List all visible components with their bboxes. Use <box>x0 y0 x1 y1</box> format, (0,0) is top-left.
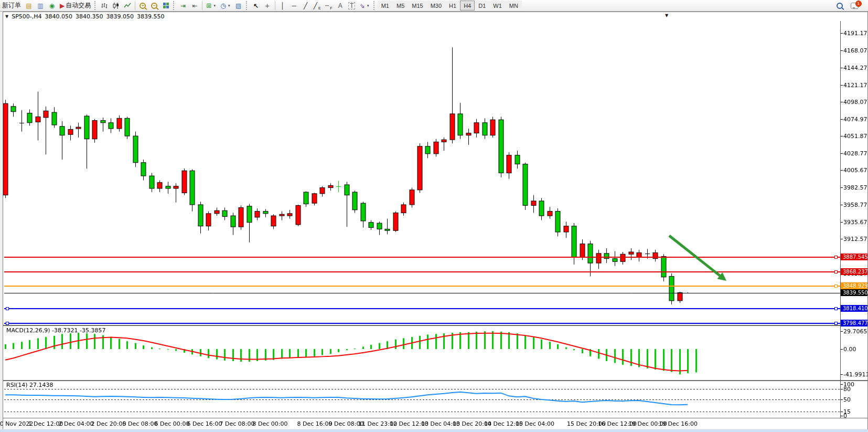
horizontal-line-tool-button[interactable]: ─ <box>288 1 300 10</box>
pane-separator-macd[interactable] <box>3 325 867 326</box>
trendline-tool-button[interactable]: ╱ <box>300 1 312 10</box>
channel-tool-button[interactable]: ╱ E <box>312 1 323 10</box>
template-button[interactable]: ▨ <box>233 1 244 10</box>
chevron-down-icon: ▼ <box>367 4 370 7</box>
toolbar-grip[interactable] <box>373 1 376 10</box>
main-toolbar: 新订单 ▤ ▥ ◉ ▶ 自动交易 + − ⇥ ⇤ ⊞ ▼ <box>0 0 868 12</box>
chart-shift-button[interactable]: ⇤ <box>189 1 200 10</box>
accounts-button[interactable]: ▤ <box>23 1 35 10</box>
candlestick-chart-icon <box>112 2 120 9</box>
horizontal-line-icon: ─ <box>292 3 296 9</box>
time-axis-label: 5 Dec 08:00 <box>123 420 158 427</box>
toolbar-separator <box>202 1 202 10</box>
timeframe-m1-button[interactable]: M1 <box>378 1 393 10</box>
price-axis[interactable]: 4191.1704168.0704144.2704121.1704098.070… <box>841 12 868 422</box>
price-axis-tick: 4074.970 <box>843 116 868 123</box>
time-axis[interactable]: 30 Nov 20221 Dec 12:002 Dec 04:002 Dec 2… <box>0 420 839 429</box>
bar-chart-button[interactable] <box>99 1 110 10</box>
price-axis-tick: 4144.270 <box>843 65 868 71</box>
price-line-tag: 3839.550 <box>841 289 868 296</box>
signal-icon: ◉ <box>49 3 55 9</box>
chart-plot-area[interactable] <box>0 0 868 432</box>
timeframe-mn-button[interactable]: MN <box>506 1 522 10</box>
chart-context-marker-icon[interactable]: ▼ <box>665 13 668 18</box>
price-line-tag: 3887.545 <box>841 254 868 260</box>
timeframe-h1-button[interactable]: H1 <box>445 1 460 10</box>
text-tool-button[interactable]: A <box>335 1 346 10</box>
chart-symbol-period: SP500-,H4 <box>12 13 41 20</box>
notifications-button[interactable]: 1 <box>849 1 861 10</box>
equidistant-channel-icon: ╱ <box>314 3 317 9</box>
macd-scale-label: 0.00 <box>843 346 856 353</box>
text-label-icon: T <box>348 2 355 9</box>
price-axis-tick: 4191.170 <box>843 30 868 37</box>
macd-indicator-label: MACD(12,26,9) -38.7321 -35.3857 <box>6 327 105 334</box>
toolbar-grip[interactable] <box>173 1 176 10</box>
tile-windows-button[interactable] <box>160 1 172 10</box>
status-strip <box>0 429 868 432</box>
time-axis-label: 7 Dec 08:00 <box>220 420 255 427</box>
vertical-line-tool-button[interactable]: │ <box>277 1 288 10</box>
signal-button[interactable]: ◉ <box>46 1 58 10</box>
title-dropdown-icon[interactable]: ▼ <box>5 14 8 19</box>
text-label-tool-button[interactable]: T <box>346 1 358 10</box>
chart-shift-icon: ⇤ <box>192 3 197 9</box>
period-button[interactable]: ◷ ▼ <box>218 1 232 10</box>
search-button[interactable] <box>834 1 845 10</box>
chart-open-value: 3840.050 <box>45 13 73 20</box>
crosshair-tool-button[interactable]: + <box>262 1 273 10</box>
chevron-down-icon: ▼ <box>228 4 231 7</box>
rsi-indicator-label: RSI(14) 27.1438 <box>6 382 53 388</box>
arrows-tool-button[interactable]: ⇘ ▼ <box>358 1 372 10</box>
line-chart-button[interactable] <box>122 1 133 10</box>
time-axis-label: 8 Dec 16:00 <box>297 420 333 427</box>
fibonacci-icon: ┄ <box>325 3 329 9</box>
price-axis-tick: 4121.170 <box>843 82 868 89</box>
toolbar-grip[interactable] <box>246 1 249 10</box>
zoom-in-button[interactable]: + <box>137 1 148 10</box>
price-line-tag: 3818.410 <box>841 305 868 312</box>
chart-close-value: 3839.550 <box>137 13 165 20</box>
timeframe-d1-button[interactable]: D1 <box>475 1 489 10</box>
rsi-scale-label: 80 <box>843 386 851 393</box>
pane-separator-rsi[interactable] <box>3 380 867 382</box>
auto-trading-label: 自动交易 <box>66 1 91 10</box>
tile-windows-icon <box>163 3 169 8</box>
fibonacci-sub-label: F <box>330 6 332 10</box>
time-axis-label: 19 Dec 16:00 <box>659 420 698 427</box>
time-axis-label: 6 Dec 16:00 <box>187 420 222 427</box>
price-axis-tick: 4005.670 <box>843 167 868 174</box>
timeframe-h4-button[interactable]: H4 <box>460 1 475 10</box>
toolbar-separator <box>135 1 135 10</box>
macd-scale-label: -41.9911 <box>843 371 868 378</box>
chart-title-bar[interactable]: ▼ SP500-,H4 3840.050 3840.350 3839.050 3… <box>4 13 790 20</box>
time-axis-label: 2 Dec 04:00 <box>59 420 94 427</box>
vertical-line-icon: │ <box>281 3 285 9</box>
zoom-out-button[interactable]: − <box>148 1 160 10</box>
timeframe-m30-button[interactable]: M30 <box>427 1 445 10</box>
candlestick-chart-button[interactable] <box>110 1 122 10</box>
auto-scroll-button[interactable]: ⇥ <box>177 1 189 10</box>
price-axis-tick: 4051.870 <box>843 133 868 140</box>
crosshair-icon: + <box>265 2 270 9</box>
arrows-tool-icon: ⇘ <box>360 3 365 9</box>
timeframe-m15-button[interactable]: M15 <box>408 1 426 10</box>
line-chart-icon <box>124 2 131 9</box>
time-axis-label: 8 Dec 00:00 <box>253 420 288 427</box>
toolbar-grip[interactable] <box>94 1 97 10</box>
time-axis-label: 1 Dec 12:00 <box>28 420 63 427</box>
cursor-tool-button[interactable]: ↖ <box>250 1 262 10</box>
auto-trading-button[interactable]: ▶ 自动交易 <box>58 1 93 10</box>
price-axis-tick: 3958.770 <box>843 202 868 208</box>
price-axis-tick: 4098.070 <box>843 99 868 106</box>
timeframe-m5-button[interactable]: M5 <box>393 1 408 10</box>
timeframe-w1-button[interactable]: W1 <box>489 1 506 10</box>
new-order-button[interactable]: 新订单 <box>0 1 23 10</box>
chevron-down-icon: ▼ <box>213 4 216 7</box>
macd-scale-label: 29.7065 <box>843 328 867 335</box>
period-clock-icon: ◷ <box>220 3 226 9</box>
terminal-button[interactable]: ▥ <box>35 1 46 10</box>
fibonacci-tool-button[interactable]: ┄ F <box>323 1 335 10</box>
rsi-scale-label: 0 <box>843 413 847 419</box>
add-indicator-button[interactable]: ⊞ ▼ <box>204 1 218 10</box>
